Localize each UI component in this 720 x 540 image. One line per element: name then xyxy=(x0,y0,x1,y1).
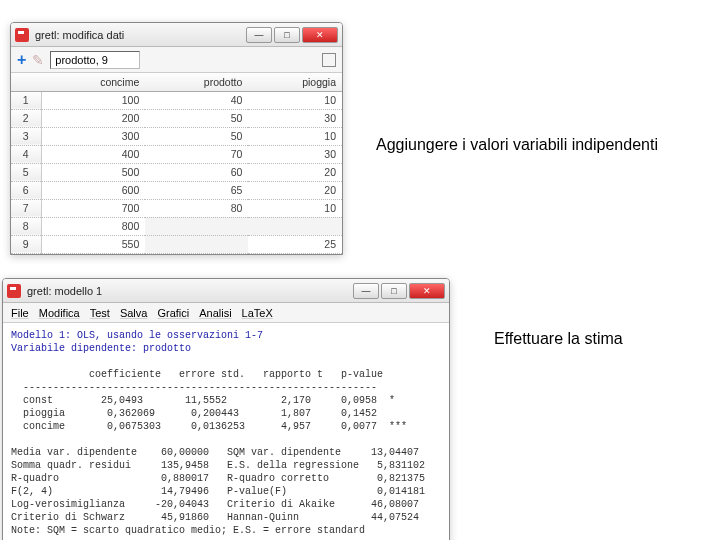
window-model-output: gretl: modello 1 — □ ✕ File Modifica Tes… xyxy=(2,278,450,540)
table-row: 955025 xyxy=(11,235,342,253)
table-row: 11004010 xyxy=(11,91,342,109)
col-concime[interactable]: concime xyxy=(41,73,145,91)
table-row: 44007030 xyxy=(11,145,342,163)
table-row: 66006520 xyxy=(11,181,342,199)
cell[interactable]: 10 xyxy=(248,199,342,217)
titlebar[interactable]: gretl: modifica dati — □ ✕ xyxy=(11,23,342,47)
col-prodotto[interactable]: prodotto xyxy=(145,73,248,91)
row-index[interactable]: 7 xyxy=(11,199,41,217)
cell[interactable]: 80 xyxy=(145,199,248,217)
close-button[interactable]: ✕ xyxy=(409,283,445,299)
output-line: Modello 1: OLS, usando le osservazioni 1… xyxy=(11,330,263,341)
cell[interactable]: 400 xyxy=(41,145,145,163)
cell[interactable] xyxy=(248,217,342,235)
cell[interactable]: 25 xyxy=(248,235,342,253)
output-line: concime 0,0675303 0,0136253 4,957 0,0077… xyxy=(11,421,407,432)
cell[interactable]: 200 xyxy=(41,109,145,127)
output-line: R-quadro 0,880017 R-quadro corretto 0,82… xyxy=(11,473,425,484)
minimize-button[interactable]: — xyxy=(353,283,379,299)
output-line: Log-verosimiglianza -20,04043 Criterio d… xyxy=(11,499,419,510)
cell[interactable]: 600 xyxy=(41,181,145,199)
model-output-text[interactable]: Modello 1: OLS, usando le osservazioni 1… xyxy=(3,323,449,540)
cell[interactable]: 30 xyxy=(248,109,342,127)
row-index[interactable]: 4 xyxy=(11,145,41,163)
output-line: F(2, 4) 14,79496 P-value(F) 0,014181 xyxy=(11,486,425,497)
window-edit-data: gretl: modifica dati — □ ✕ + ✎ concime p… xyxy=(10,22,343,255)
cell[interactable]: 40 xyxy=(145,91,248,109)
maximize-button[interactable]: □ xyxy=(274,27,300,43)
output-line: Note: SQM = scarto quadratico medio; E.S… xyxy=(11,525,365,536)
row-index[interactable]: 3 xyxy=(11,127,41,145)
cell[interactable]: 20 xyxy=(248,163,342,181)
cell[interactable]: 10 xyxy=(248,91,342,109)
app-icon xyxy=(7,284,21,298)
minimize-button[interactable]: — xyxy=(246,27,272,43)
cell[interactable]: 500 xyxy=(41,163,145,181)
output-line: const 25,0493 11,5552 2,170 0,0958 * xyxy=(11,395,395,406)
cell[interactable]: 50 xyxy=(145,109,248,127)
cell[interactable]: 10 xyxy=(248,127,342,145)
cell-reference-input[interactable] xyxy=(50,51,140,69)
sheet-icon[interactable] xyxy=(322,53,336,67)
output-line: Criterio di Schwarz 45,91860 Hannan-Quin… xyxy=(11,512,419,523)
col-pioggia[interactable]: pioggia xyxy=(248,73,342,91)
menu-analysis[interactable]: Analisi xyxy=(199,307,231,319)
cell[interactable]: 65 xyxy=(145,181,248,199)
output-line: coefficiente errore std. rapporto t p-va… xyxy=(11,369,383,380)
header-row: concime prodotto pioggia xyxy=(11,73,342,91)
cell[interactable] xyxy=(145,217,248,235)
output-line: Somma quadr. residui 135,9458 E.S. della… xyxy=(11,460,425,471)
menu-latex[interactable]: LaTeX xyxy=(242,307,273,319)
row-index[interactable]: 6 xyxy=(11,181,41,199)
cell[interactable]: 20 xyxy=(248,181,342,199)
annotation-add-values: Aggiungere i valori variabili indipenden… xyxy=(376,136,658,154)
table-row: 33005010 xyxy=(11,127,342,145)
table-row: 77008010 xyxy=(11,199,342,217)
add-icon[interactable]: + xyxy=(17,51,26,69)
row-index[interactable]: 9 xyxy=(11,235,41,253)
spreadsheet[interactable]: concime prodotto pioggia 11004010 220050… xyxy=(11,73,342,254)
window-title: gretl: modello 1 xyxy=(27,285,353,297)
output-line: ----------------------------------------… xyxy=(11,382,377,393)
annotation-estimate: Effettuare la stima xyxy=(494,330,623,348)
cell[interactable]: 60 xyxy=(145,163,248,181)
table-row: 55006020 xyxy=(11,163,342,181)
cell[interactable]: 550 xyxy=(41,235,145,253)
cell[interactable]: 30 xyxy=(248,145,342,163)
maximize-button[interactable]: □ xyxy=(381,283,407,299)
window-title: gretl: modifica dati xyxy=(35,29,246,41)
cell[interactable]: 100 xyxy=(41,91,145,109)
cell[interactable]: 50 xyxy=(145,127,248,145)
menu-save[interactable]: Salva xyxy=(120,307,148,319)
menu-graphs[interactable]: Grafici xyxy=(157,307,189,319)
output-line: Media var. dipendente 60,00000 SQM var. … xyxy=(11,447,419,458)
cell[interactable]: 700 xyxy=(41,199,145,217)
close-button[interactable]: ✕ xyxy=(302,27,338,43)
menu-edit[interactable]: Modifica xyxy=(39,307,80,319)
cell[interactable] xyxy=(145,235,248,253)
cell[interactable]: 800 xyxy=(41,217,145,235)
row-index[interactable]: 5 xyxy=(11,163,41,181)
menu-test[interactable]: Test xyxy=(90,307,110,319)
titlebar[interactable]: gretl: modello 1 — □ ✕ xyxy=(3,279,449,303)
row-index[interactable]: 8 xyxy=(11,217,41,235)
row-index[interactable]: 1 xyxy=(11,91,41,109)
row-index[interactable]: 2 xyxy=(11,109,41,127)
menubar: File Modifica Test Salva Grafici Analisi… xyxy=(3,303,449,323)
menu-file[interactable]: File xyxy=(11,307,29,319)
edit-icon[interactable]: ✎ xyxy=(32,52,44,68)
app-icon xyxy=(15,28,29,42)
toolbar: + ✎ xyxy=(11,47,342,73)
cell[interactable]: 70 xyxy=(145,145,248,163)
table-row: 22005030 xyxy=(11,109,342,127)
output-line: pioggia 0,362069 0,200443 1,807 0,1452 xyxy=(11,408,377,419)
output-line: Variabile dipendente: prodotto xyxy=(11,343,191,354)
table-row: 8800 xyxy=(11,217,342,235)
cell[interactable]: 300 xyxy=(41,127,145,145)
